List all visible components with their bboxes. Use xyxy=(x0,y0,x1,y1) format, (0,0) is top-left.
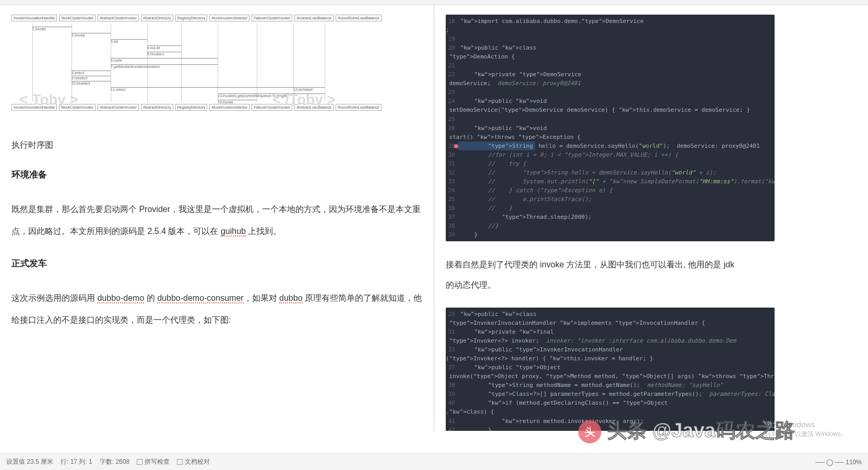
heading-env: 环境准备 xyxy=(11,169,422,181)
paragraph-mid: 接着自然是到了代理类的 invoke 方法里，从图中我们也可以看出, 他用的是 … xyxy=(446,255,857,295)
right-page: 18"kw">import com.alibaba.dubbo.demo."ty… xyxy=(434,5,868,431)
document-split-view: InvokerInvocationHandler MockClusterInvo… xyxy=(0,5,868,431)
heading-start: 正式发车 xyxy=(11,257,422,269)
seq-header-row: InvokerInvocationHandler MockClusterInvo… xyxy=(11,15,337,21)
seq-participant: RegistryDirectory xyxy=(175,15,208,21)
text: ，如果对 xyxy=(244,293,279,302)
diagram-watermark-left: < Toby > xyxy=(19,91,78,108)
status-bar: 设置值 23.5 厘米 行: 17 列: 1 字数: 2608 拼写检查 文档校… xyxy=(0,453,868,470)
seq-participant: RoundRobinLoadBalance xyxy=(336,15,382,21)
watermark-handle: @Java码农之路 xyxy=(652,419,795,441)
status-cursor[interactable]: 行: 17 列: 1 xyxy=(61,457,92,466)
headline-icon: 头 xyxy=(578,420,601,443)
seq-msg: 6.route xyxy=(111,58,218,62)
seq-msg: 9.reselect xyxy=(72,76,111,80)
seq-participant: RoundRobinLoadBalance xyxy=(336,104,382,111)
checkbox-icon xyxy=(137,459,142,465)
text: 这次示例选用的源码用 xyxy=(11,293,97,302)
brand-watermark: 头 头条 @Java码农之路 xyxy=(578,417,795,444)
status-proofread[interactable]: 文档校对 xyxy=(177,457,210,466)
watermark-brand: 头条 xyxy=(607,419,647,441)
checkbox-icon xyxy=(177,459,183,465)
seq-participant: MockClusterInvoker xyxy=(59,15,96,21)
link-dubbo-demo-consumer[interactable]: dubbo-demo-consumer xyxy=(157,293,243,303)
seq-msg: 7.getMockedInvokers/invokers xyxy=(111,64,218,68)
seq-body: 1.invoke 2.invoke 3.list 4.doList 5.invo… xyxy=(11,24,337,102)
figure-caption: 执行时序图 xyxy=(11,140,422,151)
text: 接着自然是到了代理类的 invoke 方法里，从图中我们也可以看出, 他用的是 … xyxy=(446,260,734,269)
code-block-demoaction: 18"kw">import com.alibaba.dubbo.demo."ty… xyxy=(446,15,775,241)
link-dubbo[interactable]: dubbo xyxy=(279,293,303,303)
seq-participant: AbstractClusterInvoker xyxy=(98,15,139,21)
seq-msg: 11.select xyxy=(111,87,293,91)
seq-msg: 14.invoke xyxy=(218,100,257,104)
seq-msg: 12.doSelect xyxy=(293,87,325,91)
seq-participant: FailoverClusterInvoker xyxy=(252,15,292,21)
status-wordcount[interactable]: 字数: 2608 xyxy=(100,457,129,466)
status-spellcheck[interactable]: 拼写检查 xyxy=(137,457,170,466)
link-dubbo-demo[interactable]: dubbo-demo xyxy=(97,293,144,303)
text: 既然是集群，那么首先要启动两个 Provider，我这里是一个虚拟机，一个本地的… xyxy=(11,205,421,236)
seq-msg: 3.list xyxy=(111,39,147,43)
seq-participant: MockInvokersSelector xyxy=(209,104,249,111)
text: 的动态代理。 xyxy=(446,280,496,289)
seq-participant: MockInvokersSelector xyxy=(209,15,249,21)
left-page: InvokerInvocationHandler MockClusterInvo… xyxy=(0,5,434,431)
seq-msg: 1.invoke xyxy=(32,27,72,31)
seq-participant: AbstractDirectory xyxy=(141,15,173,21)
seq-participant: InvokerInvocationHandler xyxy=(11,15,57,21)
link-guihub[interactable]: guihub xyxy=(221,227,246,237)
seq-participant: AbstractLoadBalance xyxy=(294,15,334,21)
status-zoom[interactable]: ── ◯ ── 110% xyxy=(816,459,862,466)
seq-msg: 2.invoke xyxy=(72,33,111,37)
seq-msg: 4.doList xyxy=(147,45,181,50)
seq-participant: AbstractClusterInvoker xyxy=(98,104,139,111)
diagram-watermark-right: < /Toby > xyxy=(272,91,336,108)
text: 的 xyxy=(144,293,157,302)
seq-msg: 10.doselect xyxy=(72,81,111,85)
app-toolbar xyxy=(0,0,868,5)
status-ruler[interactable]: 设置值 23.5 厘米 xyxy=(6,457,53,466)
seq-msg: 5.invokers xyxy=(147,52,181,56)
sequence-diagram: InvokerInvocationHandler MockClusterInvo… xyxy=(11,15,337,118)
seq-participant: RegistryDirectory xyxy=(175,104,208,111)
seq-participant: AbstractDirectory xyxy=(141,104,173,111)
seq-msg: 8.select xyxy=(72,70,111,75)
paragraph-env: 既然是集群，那么首先要启动两个 Provider，我这里是一个虚拟机，一个本地的… xyxy=(11,198,422,242)
text: 上找到。 xyxy=(246,227,281,236)
code-block-invocationhandler: 29"kw">public "kw">class "type">InvokerI… xyxy=(446,308,775,431)
paragraph-start: 这次示例选用的源码用 dubbo-demo 的 dubbo-demo-consu… xyxy=(11,287,422,331)
